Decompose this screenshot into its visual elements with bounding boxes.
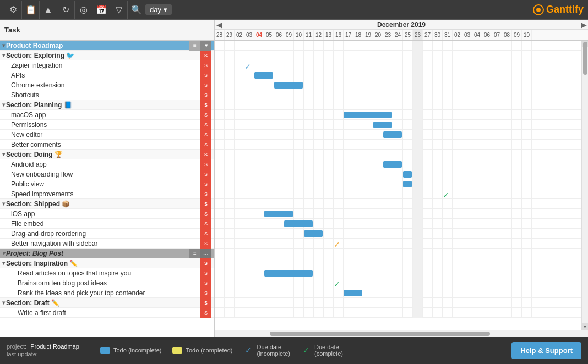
- prev-month-button[interactable]: ◀: [215, 20, 224, 29]
- gantt-cell: [403, 140, 413, 150]
- task-row-onboarding[interactable]: New onboarding flow S: [0, 169, 214, 179]
- gantt-cell: [334, 169, 344, 179]
- task-row-better-nav[interactable]: Better navigation with sidebar S: [0, 239, 214, 249]
- gantt-cell: [492, 239, 502, 249]
- gantt-cell: [383, 179, 393, 189]
- action-icon-1[interactable]: ≡: [189, 41, 200, 51]
- task-row-permissions[interactable]: Permissions S: [0, 120, 214, 130]
- gantt-cell: [363, 130, 373, 140]
- vertical-scrollbar[interactable]: ▲ ▼: [581, 41, 588, 330]
- gantt-cell: [254, 120, 264, 130]
- help-support-button[interactable]: Help & Support: [511, 342, 581, 359]
- gantt-cell: [304, 169, 314, 179]
- gantt-cell: [433, 51, 443, 60]
- section-row-exploring[interactable]: ▾ Section: Exploring 🐦 S: [0, 51, 214, 60]
- task-row-rank-ideas[interactable]: Rank the ideas and pick your top contend…: [0, 288, 214, 298]
- task-row-speed[interactable]: Speed improvements S: [0, 189, 214, 199]
- filter-icon[interactable]: ▽: [110, 1, 128, 19]
- gantt-cell: [353, 130, 363, 140]
- time-unit-selector[interactable]: day ▾: [145, 4, 172, 15]
- task-row-better-comments[interactable]: Better comments S: [0, 140, 214, 150]
- task-status-icon: S: [200, 130, 211, 140]
- gantt-cell: [502, 41, 512, 51]
- task-row-read-articles[interactable]: Read articles on topics that inspire you…: [0, 268, 214, 278]
- gantt-cell: [215, 258, 225, 268]
- task-column-header: Task: [0, 20, 214, 41]
- gantt-cell: [383, 258, 393, 268]
- gantt-cell: [235, 268, 244, 278]
- action-icon-1[interactable]: ≡: [189, 249, 200, 258]
- task-row-ios[interactable]: iOS app S: [0, 209, 214, 219]
- task-row-android[interactable]: Android app S: [0, 159, 214, 169]
- section-row-shipped[interactable]: ▾ Section: Shipped 📦 S: [0, 199, 214, 209]
- document-icon[interactable]: 📋: [22, 1, 40, 19]
- scroll-down-arrow[interactable]: ▼: [582, 323, 588, 330]
- task-row-file-embed[interactable]: File embed S: [0, 219, 214, 229]
- gantt-body[interactable]: ✓✓✓✓: [215, 41, 581, 330]
- gantt-cell: [403, 249, 413, 258]
- gantt-cell: [225, 258, 235, 268]
- gantt-cell: [244, 258, 254, 268]
- task-row-shortcuts[interactable]: Shortcuts S: [0, 90, 214, 100]
- horizontal-scroll-track[interactable]: [215, 330, 588, 337]
- section-row-draft[interactable]: ▾ Section: Draft ✏️ S: [0, 298, 214, 308]
- project-actions: ≡ …: [189, 249, 211, 258]
- gantt-cell: [433, 189, 443, 199]
- gantt-cell: [403, 150, 413, 159]
- gantt-cell: [324, 90, 334, 100]
- gantt-cell: [314, 209, 324, 219]
- section-row-inspiration[interactable]: ▾ Section: Inspiration ✏️ S: [0, 258, 214, 268]
- gantt-cell: [225, 90, 235, 100]
- gantt-cell: [344, 249, 353, 258]
- task-row-public-view[interactable]: Public view S: [0, 179, 214, 189]
- gantt-cell: [383, 229, 393, 239]
- task-row-macos[interactable]: macOS app S: [0, 110, 214, 120]
- gantt-cell: [314, 189, 324, 199]
- task-row-new-editor[interactable]: New editor S: [0, 130, 214, 140]
- gantt-cell: [482, 179, 492, 189]
- horizontal-scrollbar-thumb[interactable]: [270, 332, 490, 336]
- search-icon[interactable]: 🔍: [128, 1, 145, 19]
- target-icon[interactable]: ◎: [75, 1, 92, 19]
- gantt-cell: [472, 120, 482, 130]
- task-row-brainstorm[interactable]: Brainstorm ten blog post ideas S: [0, 278, 214, 288]
- project-row-product-roadmap[interactable]: ▾ Product Roadmap ≡ ▾: [0, 41, 214, 51]
- gantt-cell: [264, 229, 274, 239]
- last-update-label: last update:: [7, 351, 38, 357]
- last-update-meta: last update:: [7, 351, 89, 357]
- task-row-apis[interactable]: APIs S: [0, 70, 214, 80]
- scrollbar-thumb[interactable]: [583, 42, 587, 75]
- gantt-cell: [492, 120, 502, 130]
- settings-icon[interactable]: ⚙: [4, 1, 22, 19]
- action-icon-2[interactable]: ▾: [200, 41, 211, 51]
- gantt-cell: [453, 110, 462, 120]
- refresh-icon[interactable]: ↻: [57, 1, 75, 19]
- task-row-chrome[interactable]: Chrome extension S: [0, 80, 214, 90]
- gantt-cell: [512, 189, 522, 199]
- gantt-cell: [502, 159, 512, 169]
- action-icon-2[interactable]: …: [200, 249, 211, 258]
- calendar-icon[interactable]: 📅: [92, 1, 110, 19]
- gantt-cell: [462, 258, 472, 268]
- gantt-cell: [294, 239, 304, 249]
- next-month-button[interactable]: ▶: [579, 20, 588, 29]
- task-row-zapier[interactable]: Zapier integration S: [0, 60, 214, 70]
- task-row-write-draft[interactable]: Write a first draft S: [0, 308, 214, 318]
- gantt-cell: [225, 308, 235, 318]
- gantt-cell: [482, 268, 492, 278]
- gantt-cell: [413, 199, 423, 209]
- upload-icon[interactable]: ▲: [40, 1, 57, 19]
- task-list[interactable]: ▾ Product Roadmap ≡ ▾ ▾ Section: Explori…: [0, 41, 214, 337]
- gantt-cell: [324, 249, 334, 258]
- gantt-cell: [264, 100, 274, 110]
- section-row-planning[interactable]: ▾ Section: Planning 📘 S: [0, 100, 214, 110]
- gantt-cell: [522, 80, 532, 90]
- gantt-cell: [373, 229, 383, 239]
- gantt-cell: [324, 298, 334, 308]
- task-row-drag-drop[interactable]: Drag-and-drop reordering S: [0, 229, 214, 239]
- day-cell: 29: [225, 30, 235, 41]
- gantt-cell: [502, 229, 512, 239]
- day-cell: 06: [274, 30, 284, 41]
- project-row-blog-post[interactable]: ▾ Project: Blog Post ≡ …: [0, 249, 214, 258]
- section-row-doing[interactable]: ▾ Section: Doing 🏆 S: [0, 150, 214, 159]
